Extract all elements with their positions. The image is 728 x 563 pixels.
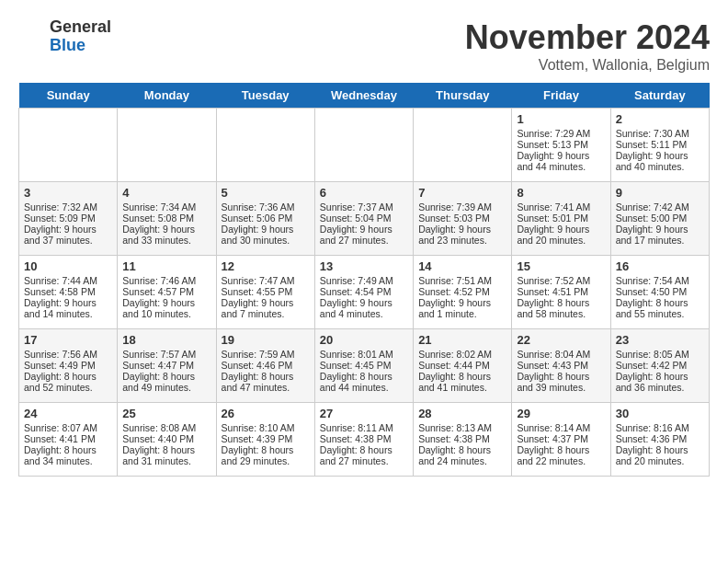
calendar-cell: 11Sunrise: 7:46 AMSunset: 4:57 PMDayligh… [118, 256, 216, 329]
day-number: 16 [616, 259, 704, 273]
day-number: 2 [616, 112, 704, 126]
week-row-3: 10Sunrise: 7:44 AMSunset: 4:58 PMDayligh… [19, 256, 710, 329]
day-info: Sunrise: 7:57 AM [122, 349, 210, 360]
day-info: Daylight: 8 hours and 20 minutes. [616, 444, 704, 466]
calendar-cell: 12Sunrise: 7:47 AMSunset: 4:55 PMDayligh… [216, 256, 314, 329]
day-info: Sunset: 4:51 PM [517, 286, 605, 297]
day-number: 7 [418, 186, 506, 200]
calendar-cell [314, 109, 413, 182]
week-row-5: 24Sunrise: 8:07 AMSunset: 4:41 PMDayligh… [19, 403, 710, 477]
calendar-cell: 15Sunrise: 7:52 AMSunset: 4:51 PMDayligh… [512, 256, 610, 329]
day-number: 10 [24, 259, 112, 273]
calendar-cell: 2Sunrise: 7:30 AMSunset: 5:11 PMDaylight… [610, 109, 709, 182]
day-number: 20 [320, 333, 408, 347]
day-info: Sunset: 5:04 PM [320, 213, 408, 224]
day-info: Sunrise: 7:37 AM [320, 201, 408, 213]
day-header-wednesday: Wednesday [314, 83, 413, 109]
day-info: Sunrise: 7:41 AM [517, 201, 605, 213]
day-info: Sunrise: 7:49 AM [320, 275, 408, 286]
day-info: Sunrise: 8:14 AM [517, 422, 605, 433]
day-info: Daylight: 8 hours and 44 minutes. [320, 371, 408, 393]
calendar-cell: 13Sunrise: 7:49 AMSunset: 4:54 PMDayligh… [314, 256, 413, 329]
day-info: Sunset: 5:11 PM [616, 139, 704, 150]
calendar-header: SundayMondayTuesdayWednesdayThursdayFrid… [19, 83, 710, 109]
day-info: Sunrise: 7:29 AM [517, 128, 605, 139]
day-number: 4 [122, 186, 210, 200]
calendar-cell: 27Sunrise: 8:11 AMSunset: 4:38 PMDayligh… [314, 403, 413, 477]
calendar-cell: 17Sunrise: 7:56 AMSunset: 4:49 PMDayligh… [19, 329, 118, 403]
calendar-cell: 30Sunrise: 8:16 AMSunset: 4:36 PMDayligh… [610, 403, 709, 477]
day-info: Daylight: 9 hours and 37 minutes. [24, 224, 112, 246]
day-info: Sunrise: 8:02 AM [418, 349, 506, 360]
day-number: 26 [222, 407, 310, 420]
day-info: Sunrise: 7:56 AM [24, 349, 112, 360]
day-info: Daylight: 8 hours and 39 minutes. [517, 371, 605, 393]
day-info: Daylight: 9 hours and 1 minute. [418, 297, 506, 319]
day-info: Sunrise: 8:16 AM [616, 422, 704, 433]
day-info: Sunset: 4:39 PM [222, 433, 310, 444]
day-info: Daylight: 8 hours and 41 minutes. [418, 371, 506, 393]
day-number: 8 [517, 186, 605, 200]
day-info: Sunrise: 7:46 AM [122, 275, 210, 286]
day-info: Daylight: 9 hours and 7 minutes. [222, 297, 310, 319]
day-info: Sunset: 4:44 PM [418, 360, 506, 371]
day-number: 25 [122, 407, 210, 420]
day-info: Sunset: 4:41 PM [24, 433, 112, 444]
day-info: Daylight: 8 hours and 58 minutes. [517, 297, 605, 319]
day-info: Daylight: 8 hours and 36 minutes. [616, 371, 704, 393]
day-info: Sunrise: 8:07 AM [24, 422, 112, 433]
day-info: Sunset: 5:00 PM [616, 213, 704, 224]
day-info: Sunrise: 7:34 AM [122, 201, 210, 213]
day-number: 13 [320, 259, 408, 273]
logo-text: General Blue [50, 18, 111, 55]
day-info: Sunrise: 8:11 AM [320, 422, 408, 433]
day-number: 19 [222, 333, 310, 347]
day-number: 5 [222, 186, 310, 200]
day-number: 18 [122, 333, 210, 347]
calendar-cell [118, 109, 216, 182]
calendar-cell: 14Sunrise: 7:51 AMSunset: 4:52 PMDayligh… [414, 256, 512, 329]
week-row-2: 3Sunrise: 7:32 AMSunset: 5:09 PMDaylight… [19, 182, 710, 256]
day-info: Sunrise: 8:01 AM [320, 349, 408, 360]
day-info: Sunrise: 8:10 AM [222, 422, 310, 433]
calendar-cell: 18Sunrise: 7:57 AMSunset: 4:47 PMDayligh… [118, 329, 216, 403]
day-info: Sunrise: 7:44 AM [24, 275, 112, 286]
day-info: Sunset: 5:09 PM [24, 213, 112, 224]
day-info: Sunset: 4:57 PM [122, 286, 210, 297]
day-number: 22 [517, 333, 605, 347]
day-info: Sunset: 4:36 PM [616, 433, 704, 444]
day-info: Sunrise: 8:04 AM [517, 349, 605, 360]
day-number: 9 [616, 186, 704, 200]
day-info: Sunrise: 7:52 AM [517, 275, 605, 286]
day-info: Daylight: 9 hours and 44 minutes. [517, 150, 605, 172]
day-info: Daylight: 8 hours and 55 minutes. [616, 297, 704, 319]
day-number: 30 [616, 407, 704, 420]
day-number: 15 [517, 259, 605, 273]
day-info: Daylight: 8 hours and 49 minutes. [122, 371, 210, 393]
day-info: Daylight: 9 hours and 33 minutes. [122, 224, 210, 246]
day-info: Sunset: 4:40 PM [122, 433, 210, 444]
day-info: Sunset: 4:38 PM [418, 433, 506, 444]
day-info: Sunrise: 7:54 AM [616, 275, 704, 286]
day-info: Daylight: 9 hours and 14 minutes. [24, 297, 112, 319]
day-info: Sunset: 4:52 PM [418, 286, 506, 297]
calendar-cell: 9Sunrise: 7:42 AMSunset: 5:00 PMDaylight… [610, 182, 709, 256]
month-title: November 2024 [465, 18, 710, 57]
day-number: 29 [517, 407, 605, 420]
calendar-table: SundayMondayTuesdayWednesdayThursdayFrid… [18, 83, 710, 477]
day-info: Daylight: 9 hours and 30 minutes. [222, 224, 310, 246]
day-info: Sunset: 4:38 PM [320, 433, 408, 444]
calendar-cell: 28Sunrise: 8:13 AMSunset: 4:38 PMDayligh… [414, 403, 512, 477]
day-info: Sunset: 5:03 PM [418, 213, 506, 224]
day-info: Daylight: 8 hours and 27 minutes. [320, 444, 408, 466]
week-row-1: 1Sunrise: 7:29 AMSunset: 5:13 PMDaylight… [19, 109, 710, 182]
calendar-cell: 20Sunrise: 8:01 AMSunset: 4:45 PMDayligh… [314, 329, 413, 403]
day-info: Sunrise: 7:59 AM [222, 349, 310, 360]
calendar-cell: 26Sunrise: 8:10 AMSunset: 4:39 PMDayligh… [216, 403, 314, 477]
day-info: Sunset: 5:08 PM [122, 213, 210, 224]
calendar-cell: 3Sunrise: 7:32 AMSunset: 5:09 PMDaylight… [19, 182, 118, 256]
day-number: 11 [122, 259, 210, 273]
calendar-cell: 25Sunrise: 8:08 AMSunset: 4:40 PMDayligh… [118, 403, 216, 477]
day-number: 23 [616, 333, 704, 347]
header: General Blue November 2024 Vottem, Wallo… [18, 18, 710, 74]
